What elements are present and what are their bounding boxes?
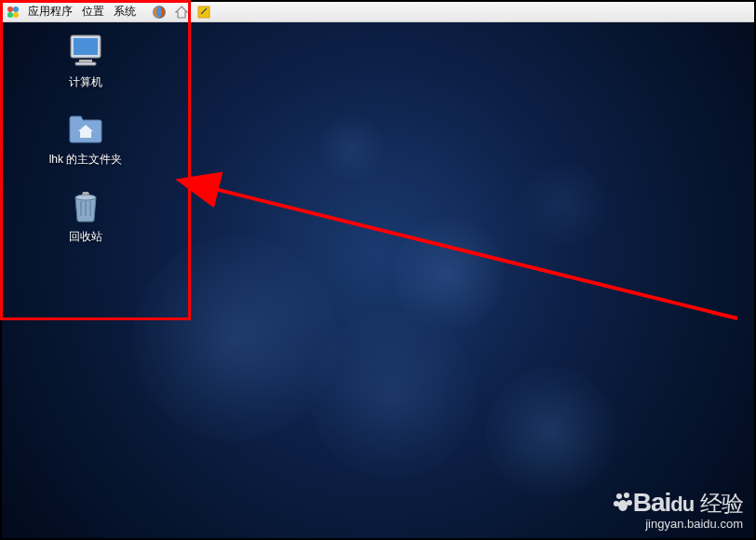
folder-home-icon — [66, 109, 105, 148]
svg-point-3 — [13, 12, 19, 18]
home-launcher-icon[interactable] — [173, 4, 190, 20]
svg-point-2 — [7, 12, 13, 18]
svg-point-1 — [13, 7, 19, 12]
distro-logo-icon[interactable] — [6, 5, 20, 20]
svg-point-18 — [618, 500, 628, 511]
svg-rect-12 — [85, 201, 87, 216]
menu-places[interactable]: 位置 — [82, 4, 104, 20]
desktop-icon-label: lhk 的主文件夹 — [49, 152, 123, 168]
desktop[interactable]: 计算机 lhk 的主文件夹 — [2, 22, 754, 538]
desktop-icon-computer[interactable]: 计算机 — [39, 32, 132, 90]
svg-point-16 — [614, 501, 619, 506]
menu-applications[interactable]: 应用程序 — [28, 4, 73, 20]
menu-system[interactable]: 系统 — [114, 4, 136, 20]
svg-rect-9 — [75, 62, 96, 65]
top-panel: 应用程序 位置 系统 — [2, 2, 754, 22]
svg-point-0 — [7, 7, 13, 12]
panel-menu: 应用程序 位置 系统 — [28, 4, 136, 20]
desktop-icon-home[interactable]: lhk 的主文件夹 — [39, 109, 132, 168]
svg-point-17 — [627, 500, 632, 506]
svg-point-15 — [624, 493, 629, 498]
firefox-icon[interactable] — [151, 4, 168, 20]
desktop-icon-label: 回收站 — [69, 229, 102, 245]
note-launcher-icon[interactable] — [196, 4, 212, 20]
svg-rect-11 — [80, 201, 82, 216]
svg-rect-7 — [74, 38, 98, 55]
svg-point-14 — [616, 493, 622, 499]
svg-point-10 — [75, 195, 96, 200]
watermark: Baidu 经验 jingyan.baidu.com — [613, 488, 743, 531]
trash-icon — [66, 186, 105, 225]
desktop-icon-trash[interactable]: 回收站 — [39, 186, 132, 245]
svg-rect-13 — [89, 201, 91, 216]
desktop-icon-label: 计算机 — [69, 74, 102, 90]
computer-icon — [66, 32, 105, 71]
